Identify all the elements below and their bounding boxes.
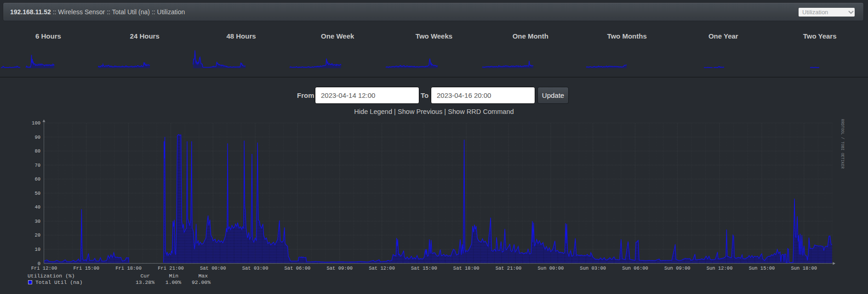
svg-text:Max: Max xyxy=(198,273,208,279)
svg-text:Fri 15:00: Fri 15:00 xyxy=(73,266,99,271)
svg-text:Sun 12:00: Sun 12:00 xyxy=(707,266,733,271)
svg-text:80: 80 xyxy=(34,148,40,154)
svg-text:Cur: Cur xyxy=(140,273,150,279)
svg-text:Utilization (%): Utilization (%) xyxy=(28,273,75,279)
svg-text:Sat 03:00: Sat 03:00 xyxy=(242,266,268,271)
svg-text:1.00%: 1.00% xyxy=(166,280,181,285)
svg-text:20: 20 xyxy=(34,232,40,238)
svg-text:10: 10 xyxy=(34,247,40,252)
svg-text:Sun 18:00: Sun 18:00 xyxy=(791,266,817,271)
svg-text:100: 100 xyxy=(32,120,40,126)
svg-text:Sun 00:00: Sun 00:00 xyxy=(538,266,564,271)
svg-text:Total Util (na): Total Util (na) xyxy=(35,280,83,285)
svg-text:50: 50 xyxy=(34,191,40,196)
svg-text:60: 60 xyxy=(34,176,40,182)
svg-text:70: 70 xyxy=(34,163,40,168)
svg-text:Sat 00:00: Sat 00:00 xyxy=(200,266,226,271)
svg-text:Fri 21:00: Fri 21:00 xyxy=(158,266,184,271)
svg-text:Sat 15:00: Sat 15:00 xyxy=(411,266,437,271)
svg-text:30: 30 xyxy=(34,219,40,224)
svg-text:Sun 09:00: Sun 09:00 xyxy=(664,266,691,271)
svg-text:40: 40 xyxy=(34,204,40,210)
svg-text:RRDTOOL / TOBI OETIKER: RRDTOOL / TOBI OETIKER xyxy=(840,119,845,169)
svg-text:Sat 06:00: Sat 06:00 xyxy=(285,266,311,271)
svg-text:Sat 09:00: Sat 09:00 xyxy=(326,266,353,271)
svg-text:Sun 06:00: Sun 06:00 xyxy=(622,266,648,271)
svg-text:Min: Min xyxy=(169,273,178,279)
svg-text:Sat 18:00: Sat 18:00 xyxy=(453,266,480,271)
svg-text:Sun 03:00: Sun 03:00 xyxy=(580,266,606,271)
svg-text:13.28%: 13.28% xyxy=(136,280,154,285)
svg-text:90: 90 xyxy=(34,135,40,140)
svg-text:Fri 18:00: Fri 18:00 xyxy=(115,266,142,271)
svg-text:Sat 21:00: Sat 21:00 xyxy=(496,266,522,271)
svg-text:Fri 12:00: Fri 12:00 xyxy=(31,266,57,271)
svg-text:Sat 12:00: Sat 12:00 xyxy=(369,266,395,271)
svg-text:Sun 15:00: Sun 15:00 xyxy=(749,266,775,271)
svg-text:92.00%: 92.00% xyxy=(192,280,211,285)
